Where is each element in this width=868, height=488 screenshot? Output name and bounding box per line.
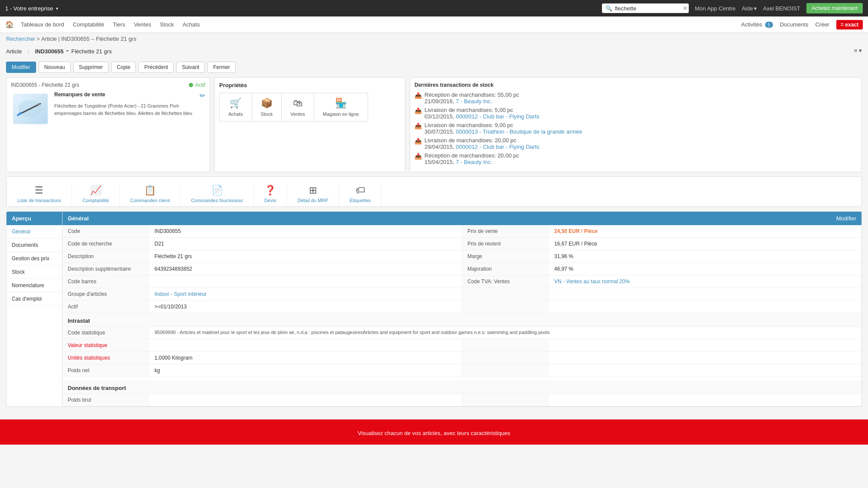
ventes-label: Ventes xyxy=(290,111,305,117)
trans-amount-1: 5,00 pc xyxy=(495,107,513,113)
top-section: IND300655 - Fléchette 21 grs Actif xyxy=(6,77,862,172)
prop-stock[interactable]: 📦 Stock xyxy=(252,93,282,121)
detail-modifier-button[interactable]: Modifier xyxy=(836,215,856,222)
sidebar-item-stock[interactable]: Stock xyxy=(7,265,62,279)
trans-link-0[interactable]: 7 - Beauty Inc. xyxy=(456,98,492,105)
value-code: IND300655 xyxy=(149,225,462,237)
label-prix-vente: Prix de vente xyxy=(462,225,549,237)
nav-achats[interactable]: Achats xyxy=(183,21,200,28)
aide-arrow-icon: ▾ xyxy=(754,5,757,12)
modifier-button[interactable]: Modifier xyxy=(6,62,36,73)
trans-link-4[interactable]: 7 - Beauty Inc. xyxy=(456,159,492,165)
exact-button[interactable]: = exact xyxy=(836,20,863,29)
value-prix-vente: 24,50 EUR / Pièce xyxy=(549,225,861,237)
trans-amount-3: 20,00 pc xyxy=(495,137,516,144)
home-icon[interactable]: 🏠 xyxy=(5,20,14,29)
form-row-code-stat: Code statistique 95069990 - Articles et … xyxy=(62,327,861,339)
form-row-code-barres-left: Code barres xyxy=(62,275,462,288)
breadcrumb-rechercher[interactable]: Rechercher xyxy=(6,36,35,42)
form-row-poids-brut-left: Poids brut xyxy=(62,394,462,406)
copie-button[interactable]: Copie xyxy=(111,62,136,73)
trans-date-0: 21/09/2016, xyxy=(424,98,454,105)
status-label: Actif xyxy=(195,82,205,88)
nav-tableaux[interactable]: Tableaux de bord xyxy=(21,21,64,28)
tab-label-4: Devis xyxy=(264,198,276,203)
achats-icon: 🛒 xyxy=(230,98,241,109)
topbar-actions: Mon App Centre Aide ▾ Axel BENOIST Achet… xyxy=(695,3,863,13)
label-poids-brut: Poids brut xyxy=(62,394,149,406)
sidebar-item-gestion-prix[interactable]: Gestion des prix xyxy=(7,252,62,265)
tab-commandes-fournisseur[interactable]: 📄 Commandes fournisseur xyxy=(181,181,254,206)
prop-magasin[interactable]: 🏪 Magasin en ligne xyxy=(314,93,368,121)
label-marge: Marge xyxy=(462,250,549,262)
aide-menu[interactable]: Aide ▾ xyxy=(742,5,757,12)
article-body: Remarques de vente ✏ Fléchettes de Tungs… xyxy=(11,92,205,126)
page-options-icon[interactable]: ≡ ▾ xyxy=(854,47,862,54)
form-row-tva-right: Code TVA: Ventes VN - Ventes au taux nor… xyxy=(462,275,861,288)
nav-tiers[interactable]: Tiers xyxy=(113,21,125,28)
value-marge: 31,96 % xyxy=(549,250,861,262)
trans-date-3: 29/04/2015, xyxy=(424,144,454,150)
nav-ventes[interactable]: Ventes xyxy=(134,21,151,28)
livraison-icon-1: 📤 xyxy=(414,107,422,114)
tab-icon-4: ❓ xyxy=(264,185,276,196)
precedent-button[interactable]: Précédent xyxy=(138,62,174,73)
creer-link[interactable]: Créer xyxy=(815,21,829,28)
main-content: IND300655 - Fléchette 21 grs Actif xyxy=(0,77,868,407)
edit-remarks-icon[interactable]: ✏ xyxy=(200,92,205,100)
form-row-code: Code IND300655 Prix de vente 24,50 EUR /… xyxy=(62,225,861,238)
sidebar-item-nomenclature[interactable]: Nomenclature xyxy=(7,279,62,292)
documents-link[interactable]: Documents xyxy=(780,21,809,28)
value-empty-4 xyxy=(549,352,861,364)
value-tva[interactable]: VN - Ventes au taux normal 20% xyxy=(549,275,861,288)
sidebar-item-general[interactable]: Général xyxy=(7,225,62,239)
nav-comptabilite[interactable]: Comptabilité xyxy=(73,21,104,28)
company-selector[interactable]: 1 - Votre entreprise ▾ xyxy=(5,5,58,12)
cta-button[interactable]: Achetez maintenant xyxy=(806,3,863,13)
transaction-1: 📤 Livraison de marchandises: 5,00 pc 03/… xyxy=(414,107,857,120)
tab-liste-transactions[interactable]: ☰ Liste de transactions xyxy=(7,181,72,206)
article-ref: IND300655 - Fléchette 21 grs xyxy=(11,82,79,88)
article-card-header: IND300655 - Fléchette 21 grs Actif xyxy=(11,82,205,88)
form-row-actif: Actif >=01/10/2013 xyxy=(62,301,861,313)
remarks-header: Remarques de vente xyxy=(54,92,105,98)
tab-commandes-client[interactable]: 📋 Commandes client xyxy=(120,181,181,206)
trans-link-3[interactable]: 0000012 - Club bar - Flying Darts xyxy=(456,144,539,150)
transaction-3: 📤 Livraison de marchandises: 20,00 pc 29… xyxy=(414,137,857,150)
form-row-groupe-right xyxy=(462,288,861,300)
tab-comptabilite[interactable]: 📈 Comptabilité xyxy=(72,181,120,206)
sidebar-item-cas-emploi[interactable]: Cas d'emploi xyxy=(7,292,62,306)
prop-ventes[interactable]: 🛍 Ventes xyxy=(281,93,314,121)
status-dot xyxy=(189,83,193,87)
value-groupe[interactable]: Indoor - Sport intérieur xyxy=(149,288,462,300)
search-input[interactable] xyxy=(615,5,680,12)
trans-text-4: Réception de marchandises: xyxy=(424,152,496,159)
trans-date-4: 15/04/2015, xyxy=(424,159,454,165)
label-desc-supp: Description supplémentaire xyxy=(62,263,149,275)
mon-app-centre-link[interactable]: Mon App Centre xyxy=(695,5,736,12)
article-remarks: Remarques de vente ✏ Fléchettes de Tungs… xyxy=(54,92,205,126)
user-name[interactable]: Axel BENOIST xyxy=(763,5,800,12)
label-valeur-stat: Valeur statistique xyxy=(62,339,149,351)
sidebar: Aperçu Général Documents Gestion des pri… xyxy=(6,211,62,407)
tab-devis[interactable]: ❓ Devis xyxy=(254,181,287,206)
tab-icon-2: 📋 xyxy=(144,185,156,196)
tab-etiquettes[interactable]: 🏷 Étiquettes xyxy=(339,181,381,206)
label-tva: Code TVA: Ventes xyxy=(462,275,549,288)
clear-search-icon[interactable]: ✕ xyxy=(683,5,688,12)
nav-stock[interactable]: Stock xyxy=(160,21,174,28)
nouveau-button[interactable]: Nouveau xyxy=(39,62,71,73)
trans-link-2[interactable]: 0000013 - Triathlon - Boutique de la gra… xyxy=(456,128,582,135)
supprimer-button[interactable]: Supprimer xyxy=(73,62,108,73)
fermer-button[interactable]: Fermer xyxy=(207,62,236,73)
form-row-actif-right xyxy=(462,301,861,313)
prop-achats[interactable]: 🛒 Achats xyxy=(219,93,252,121)
activites-link[interactable]: Activités 5 xyxy=(741,21,773,28)
suivant-button[interactable]: Suivant xyxy=(176,62,205,73)
page-title: Article | IND300655 - Fléchette 21 grs xyxy=(6,46,112,56)
value-desc-supp: 6439234893852 xyxy=(149,263,462,275)
company-name: 1 - Votre entreprise xyxy=(5,5,53,12)
tab-detail-mrp[interactable]: ⊞ Détail du MRP xyxy=(287,181,339,206)
trans-link-1[interactable]: 0000012 - Club bar - Flying Darts xyxy=(456,113,539,120)
sidebar-item-documents[interactable]: Documents xyxy=(7,239,62,252)
